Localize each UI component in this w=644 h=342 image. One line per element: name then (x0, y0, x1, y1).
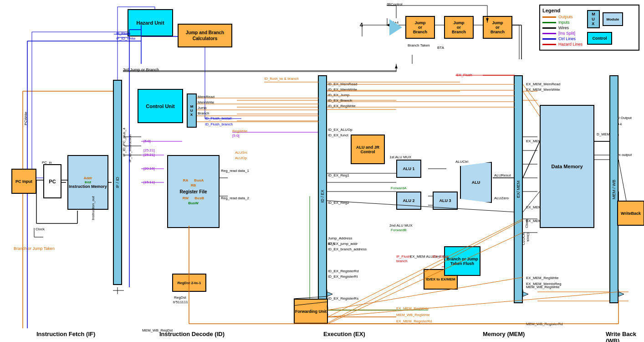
mem-wb-regwrite-label: MEM_WB_RegWrite (526, 285, 560, 289)
id-ex-branch-address-label: ID_EX_branch_address (328, 247, 367, 251)
id-ex-registerrd-label: ID_EX_RegisterRd (328, 269, 359, 273)
pcwrite-label: PCWrite (24, 112, 28, 125)
alu-jr-control-label: ALU and JR Control (352, 145, 384, 154)
pc-input-label: PC Input (15, 179, 32, 184)
regwrite-label: RegWrite (232, 129, 247, 133)
legend-box: Legend Outputs Inputs Wires [Ins Split] (539, 5, 639, 51)
legend-mux-sample: M U X (587, 10, 600, 28)
jump-branch-calc-box: Jump and Branch Calculators (178, 24, 232, 47)
forwarding-unit-label: Forwarding Unit (295, 309, 327, 314)
data-memory-box: Data Memory (540, 105, 594, 228)
main-alu-box: ALU (460, 162, 492, 203)
ex-flush-label: EX_Flush (456, 73, 472, 77)
jump-branch-2: JumporBranch (444, 16, 474, 39)
svg-line-107 (618, 160, 626, 201)
addr-label: Addr (69, 176, 107, 180)
branch-flush-label: Branch or Jump Taken Flush (445, 257, 480, 266)
busw-label: BusW (188, 201, 199, 205)
control-mux: MUX (187, 93, 197, 128)
clock-exmem-label: CLOCK (521, 233, 526, 245)
stage-wb-label: Write Back (WB) (606, 331, 644, 342)
id-ex-memwrite-label: ID_EX_MemWrite (328, 88, 357, 92)
four-label: 4 (360, 22, 363, 28)
bits-25-21-label: [25:21] (143, 153, 154, 157)
id-ex-label: ID / EX (320, 190, 325, 203)
memread-ctrl-label: MemRead (198, 95, 215, 99)
ex-mem-register: EX/ MEM (514, 75, 523, 303)
alu2-box: ALU 2 (396, 192, 421, 210)
jump-branch-3: JumporBranch (483, 16, 512, 39)
hazard-unit-box: Hazard Unit (128, 9, 173, 36)
if-id-register: IF / ID (113, 80, 122, 285)
stage-ex-label: Execution (EX) (323, 331, 365, 337)
svg-line-112 (328, 219, 523, 317)
if-id-label: IF / ID (115, 177, 120, 188)
1st-alu-mux-label: 1st ALU MUX (389, 155, 411, 159)
legend-ctrl-lines: Ctrl Lines (558, 36, 576, 41)
bta-label: BTA (437, 46, 444, 50)
aluctrl-label: ALUCtrl (455, 160, 468, 164)
hazard-unit-label: Hazard Unit (136, 20, 164, 26)
alu3-box: ALU 3 (433, 192, 458, 210)
svg-line-133 (328, 292, 618, 317)
aluop-label: ALUOp (235, 156, 247, 160)
inst-label: Inst (69, 180, 107, 184)
arrow-to-jump-boxes (389, 19, 402, 36)
id-ex-regwrite-label: ID_EX_RegWrite (328, 104, 356, 108)
diagram-container: Hazard Unit Jump and Branch Calculators … (0, 0, 644, 342)
jump-address-label: Jump_Address (328, 236, 352, 240)
control-unit-label: Control Unit (146, 104, 175, 109)
bits-15-11-label: [15:11] (143, 180, 154, 184)
if-flush-near-label: IF_Flush (396, 254, 410, 259)
register-file-label: Register File (179, 189, 207, 194)
ra-label: RA (183, 178, 188, 182)
pc-box: PC (43, 164, 61, 198)
stage-mem-label: Memory (MEM) (483, 331, 525, 337)
rw-label: RW (183, 196, 189, 200)
alu2-label: ALU 2 (403, 198, 414, 203)
ex-mem-registerrd-fwd-label: EX_MEM_RegisterRd (396, 319, 432, 323)
branch-flush-box: Branch or Jump Taken Flush (444, 246, 480, 276)
if-id-instruction-label: IF_ID_Instruction (128, 135, 132, 162)
reg-read-data1-label: Reg_read data_1 (221, 169, 249, 173)
regdst-bottom-label: RegDst (174, 295, 186, 300)
id-flush-branch-label: ID_Flush_branch (205, 122, 233, 126)
jump-ctrl-label: Jump (198, 106, 207, 110)
mem-wb-regwrite-fwd-label: MEM_WB_RegWrite (396, 313, 430, 317)
svg-marker-35 (386, 24, 389, 26)
alu-jr-control-box: ALU and JR Control (351, 135, 385, 164)
forwardb-label: ForwardB (391, 228, 407, 232)
reg-read-data2-label: Reg_read data_2 (221, 196, 249, 201)
instruction-memory-box: Addr Inst Instruction Memory (67, 155, 108, 210)
id-flush-iw-branch: ID_flush_lw & branch (264, 77, 299, 81)
legend-wires: Wires (558, 26, 569, 30)
rb-label: RB (191, 183, 196, 187)
branch-jump-taken-label: Branch or Jump Taken (14, 246, 55, 252)
2nd-alu-mux-label: 2nd ALU MUX (389, 223, 413, 228)
legend-control-sample: Control (587, 32, 612, 45)
ex-mem-memwrite-label: EX_MEM_MemWrite (526, 88, 560, 92)
mem-wb-register: MEM / WB (609, 75, 618, 303)
jrcontrol-label: JRControl (386, 2, 403, 6)
id-flush-lwstall-label: ID_Flush_lwstall (205, 116, 231, 120)
branch-ctrl-label: Branch (198, 111, 209, 115)
svg-line-101 (523, 91, 540, 116)
svg-line-102 (523, 141, 540, 178)
branch-taken-label: Branch Taken (408, 43, 430, 48)
bta-short-label: BTA (328, 242, 335, 246)
control-unit-box: Control Unit (138, 89, 183, 123)
memwrite-ctrl-label: MemWrite (198, 100, 214, 104)
bits-5-0-label: [5:0] (143, 139, 151, 143)
pc-label: PC (49, 179, 56, 184)
third-jump-label: 3rd Jump or Branch (123, 67, 159, 72)
instruction-memory-label: Instruction Memory (69, 184, 107, 189)
alu1-label: ALU 1 (403, 166, 414, 171)
id-ex-funct-label: ID_EX_funct (328, 133, 348, 137)
busa-label: BusA (194, 178, 204, 182)
id-ex-reg2-label: ID_EX_Reg2 (328, 201, 349, 205)
id-ex-to-exmem-label: ID/EX to EX/MEM (426, 277, 455, 281)
instruction-out-label: Instruction_out (91, 196, 95, 220)
id-ex-branch-label: ID_EX_Branch (328, 98, 352, 103)
pc-in-label: PC_in (42, 161, 52, 165)
mem-wb-label: MEM / WB (612, 180, 616, 199)
